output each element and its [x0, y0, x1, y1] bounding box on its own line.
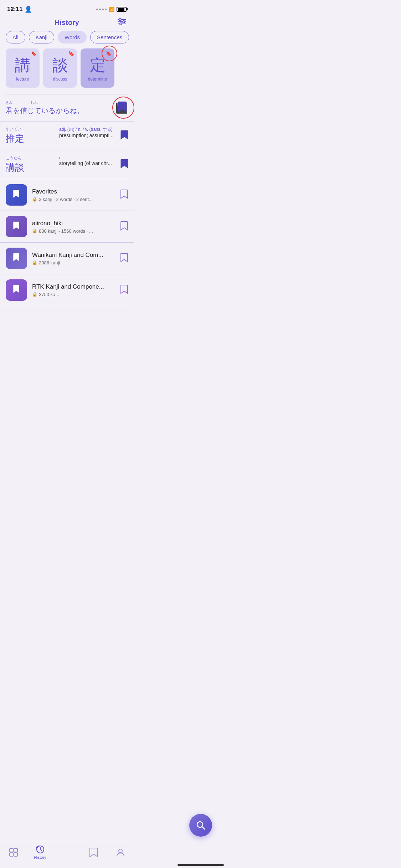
kanji-card-discuss[interactable]: 🔖 談 discuss	[43, 48, 77, 88]
furigana-shin: しん	[31, 100, 38, 105]
word-type-koudan: n.	[59, 155, 128, 160]
tab-all[interactable]: All	[6, 31, 25, 43]
sentence-bookmark-area[interactable]	[117, 101, 129, 115]
collection-meta-favorites: 🔒 3 kanji · 2 words · 2 sent...	[32, 197, 120, 202]
kanji-meaning: lecture	[16, 77, 29, 82]
collection-icon-wanikani	[6, 248, 27, 269]
svg-point-5	[120, 23, 122, 25]
sentence-furigana: きみ しん	[6, 100, 128, 105]
collection-favorites[interactable]: Favorites 🔒 3 kanji · 2 words · 2 sent..…	[0, 179, 134, 211]
lock-icon: 🔒	[32, 197, 37, 202]
collection-icon-aiirono	[6, 216, 27, 237]
word-bookmark-koudan[interactable]	[120, 159, 129, 171]
content-area: 🔖 講 lecture 🔖 談 discuss 🔖 定 determine きみ…	[0, 48, 134, 363]
card-bookmark-icon: 🔖	[106, 51, 112, 56]
filter-tabs: All Kanji Words Sentences	[0, 31, 134, 48]
status-time: 12:11 👤	[7, 6, 32, 13]
collection-meta-rtk: 🔒 3750 ka...	[32, 292, 120, 297]
filter-button[interactable]	[117, 18, 127, 28]
word-definition-koudan: n. storytelling (of war chr...	[56, 155, 128, 166]
collection-bookmark-wanikani[interactable]	[120, 253, 128, 264]
collection-rtk[interactable]: RTK Kanji and Compone... 🔒 3750 ka...	[0, 274, 134, 306]
card-bookmark-icon: 🔖	[31, 51, 37, 56]
sentence-item[interactable]: きみ しん 君を信じているからね。 ⬛	[0, 94, 134, 122]
svg-point-4	[123, 21, 125, 23]
collection-text-rtk: RTK Kanji and Compone... 🔒 3750 ka...	[32, 283, 120, 297]
kanji-meaning: determine	[88, 77, 107, 82]
kanji-cards-row: 🔖 講 lecture 🔖 談 discuss 🔖 定 determine	[0, 48, 134, 94]
collection-bookmark-aiirono[interactable]	[120, 221, 128, 232]
signal-dots	[96, 9, 107, 10]
status-bar: 12:11 👤 📶	[0, 0, 134, 16]
word-def-koudan: storytelling (of war chr...	[59, 160, 128, 166]
collection-bookmark-favorites[interactable]	[120, 189, 128, 201]
word-def-suitei: presumption; assumpti...	[59, 133, 128, 138]
kanji-char: 講	[15, 55, 31, 76]
furigana-kimi: きみ	[6, 100, 13, 105]
collection-text-wanikani: Wanikani Kanji and Com... 🔒 2386 kanji	[32, 252, 120, 265]
furigana-koudan: こうだん	[6, 155, 56, 161]
time-text: 12:11	[7, 6, 22, 13]
word-bookmark-suitei[interactable]	[120, 130, 129, 142]
lock-icon: 🔒	[32, 260, 37, 265]
card-bookmark-icon: 🔖	[68, 51, 74, 56]
kanji-suitei: 推定	[6, 133, 56, 145]
collection-icon-favorites	[6, 184, 27, 206]
word-item-koudan[interactable]: こうだん 講談 n. storytelling (of war chr...	[0, 150, 134, 179]
word-type-suitei: adj. (の) / n. / v. (trans. する)	[59, 126, 128, 133]
svg-point-3	[119, 19, 121, 21]
status-icons: 📶	[96, 7, 127, 12]
page-header: History	[0, 16, 134, 31]
collection-icon-rtk	[6, 279, 27, 301]
lock-icon: 🔒	[32, 292, 37, 297]
tab-kanji[interactable]: Kanji	[29, 31, 54, 43]
kanji-char: 定	[90, 55, 106, 76]
page-title: History	[55, 19, 79, 27]
collection-name-wanikani: Wanikani Kanji and Com...	[32, 252, 120, 259]
kanji-card-lecture[interactable]: 🔖 講 lecture	[6, 48, 40, 88]
tab-words[interactable]: Words	[58, 31, 87, 43]
furigana-suitei: すいてい	[6, 126, 56, 132]
collection-name-aiirono: aiirono_hiki	[32, 220, 120, 227]
collection-text-aiirono: aiirono_hiki 🔒 880 kanji · 1560 words · …	[32, 220, 120, 234]
battery-icon	[117, 7, 127, 12]
word-left-suitei: すいてい 推定	[6, 126, 56, 145]
collection-wanikani[interactable]: Wanikani Kanji and Com... 🔒 2386 kanji	[0, 243, 134, 274]
word-left-koudan: こうだん 講談	[6, 155, 56, 174]
tab-sentences[interactable]: Sentences	[90, 31, 129, 43]
word-definition-suitei: adj. (の) / n. / v. (trans. する) presumpti…	[56, 126, 128, 138]
kanji-char: 談	[52, 55, 68, 76]
lock-icon: 🔒	[32, 228, 37, 233]
collection-aiirono[interactable]: aiirono_hiki 🔒 880 kanji · 1560 words · …	[0, 211, 134, 243]
user-status-icon: 👤	[25, 6, 32, 13]
collection-bookmark-rtk[interactable]	[120, 284, 128, 296]
kanji-meaning: discuss	[53, 77, 67, 82]
collection-name-rtk: RTK Kanji and Compone...	[32, 283, 120, 290]
kanji-card-determine[interactable]: 🔖 定 determine	[81, 48, 114, 88]
sentence-text: 君を信じているからね。	[6, 107, 84, 114]
wifi-icon: 📶	[109, 7, 114, 12]
collection-meta-aiirono: 🔒 880 kanji · 1560 words · ...	[32, 228, 120, 234]
word-item-suitei[interactable]: すいてい 推定 adj. (の) / n. / v. (trans. する) p…	[0, 122, 134, 150]
collection-name-favorites: Favorites	[32, 188, 120, 195]
kanji-koudan: 講談	[6, 161, 56, 174]
collection-meta-wanikani: 🔒 2386 kanji	[32, 260, 120, 265]
collection-text-favorites: Favorites 🔒 3 kanji · 2 words · 2 sent..…	[32, 188, 120, 202]
